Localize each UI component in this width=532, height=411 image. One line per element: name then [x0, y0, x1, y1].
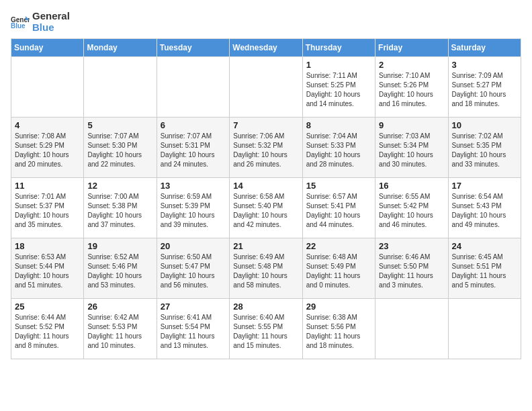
calendar-cell: 9Sunrise: 7:03 AM Sunset: 5:34 PM Daylig…	[375, 118, 448, 178]
day-number: 23	[379, 241, 444, 251]
day-info: Sunrise: 7:11 AM Sunset: 5:25 PM Dayligh…	[306, 71, 371, 109]
day-number: 28	[233, 302, 298, 312]
calendar-cell: 28Sunrise: 6:40 AM Sunset: 5:55 PM Dayli…	[230, 299, 302, 359]
calendar-cell: 7Sunrise: 7:06 AM Sunset: 5:32 PM Daylig…	[230, 118, 302, 178]
day-number: 20	[161, 241, 226, 251]
day-info: Sunrise: 6:41 AM Sunset: 5:54 PM Dayligh…	[161, 313, 226, 351]
calendar-cell	[375, 299, 448, 359]
day-info: Sunrise: 6:48 AM Sunset: 5:49 PM Dayligh…	[306, 253, 371, 290]
day-header: Wednesday	[230, 39, 302, 57]
calendar-cell: 25Sunrise: 6:44 AM Sunset: 5:52 PM Dayli…	[11, 299, 84, 359]
day-info: Sunrise: 6:58 AM Sunset: 5:40 PM Dayligh…	[233, 192, 298, 230]
day-header: Friday	[375, 39, 448, 57]
day-header: Thursday	[302, 39, 375, 57]
calendar-table: SundayMondayTuesdayWednesdayThursdayFrid…	[11, 38, 521, 359]
calendar-cell	[11, 57, 84, 118]
day-number: 11	[15, 181, 80, 191]
day-number: 3	[452, 60, 517, 70]
day-info: Sunrise: 6:38 AM Sunset: 5:56 PM Dayligh…	[306, 313, 371, 351]
day-info: Sunrise: 6:55 AM Sunset: 5:42 PM Dayligh…	[379, 192, 444, 230]
day-info: Sunrise: 7:07 AM Sunset: 5:31 PM Dayligh…	[161, 132, 226, 169]
day-info: Sunrise: 6:50 AM Sunset: 5:47 PM Dayligh…	[161, 253, 226, 290]
day-info: Sunrise: 7:08 AM Sunset: 5:29 PM Dayligh…	[15, 132, 80, 169]
day-number: 15	[306, 181, 371, 191]
calendar-cell: 14Sunrise: 6:58 AM Sunset: 5:40 PM Dayli…	[230, 178, 302, 238]
calendar-cell: 23Sunrise: 6:46 AM Sunset: 5:50 PM Dayli…	[375, 238, 448, 299]
calendar-cell: 19Sunrise: 6:52 AM Sunset: 5:46 PM Dayli…	[84, 238, 157, 299]
calendar-cell: 24Sunrise: 6:45 AM Sunset: 5:51 PM Dayli…	[448, 238, 521, 299]
day-number: 5	[87, 120, 152, 130]
day-info: Sunrise: 6:44 AM Sunset: 5:52 PM Dayligh…	[15, 313, 80, 351]
day-info: Sunrise: 7:10 AM Sunset: 5:26 PM Dayligh…	[379, 71, 444, 109]
day-info: Sunrise: 7:07 AM Sunset: 5:30 PM Dayligh…	[87, 132, 152, 169]
calendar-cell: 16Sunrise: 6:55 AM Sunset: 5:42 PM Dayli…	[375, 178, 448, 238]
day-info: Sunrise: 6:45 AM Sunset: 5:51 PM Dayligh…	[452, 253, 517, 290]
calendar-cell: 12Sunrise: 7:00 AM Sunset: 5:38 PM Dayli…	[84, 178, 157, 238]
day-info: Sunrise: 6:57 AM Sunset: 5:41 PM Dayligh…	[306, 192, 371, 230]
day-number: 6	[161, 120, 226, 130]
day-number: 21	[233, 241, 298, 251]
day-number: 1	[306, 60, 371, 70]
day-number: 26	[87, 302, 152, 312]
day-number: 18	[15, 241, 80, 251]
day-info: Sunrise: 6:46 AM Sunset: 5:50 PM Dayligh…	[379, 253, 444, 290]
day-number: 22	[306, 241, 371, 251]
calendar-cell	[157, 57, 229, 118]
calendar-cell: 8Sunrise: 7:04 AM Sunset: 5:33 PM Daylig…	[302, 118, 375, 178]
calendar-cell: 6Sunrise: 7:07 AM Sunset: 5:31 PM Daylig…	[157, 118, 229, 178]
day-number: 7	[233, 120, 298, 130]
logo-icon: General Blue	[11, 15, 30, 30]
day-info: Sunrise: 6:49 AM Sunset: 5:48 PM Dayligh…	[233, 253, 298, 290]
day-info: Sunrise: 7:01 AM Sunset: 5:37 PM Dayligh…	[15, 192, 80, 230]
day-number: 4	[15, 120, 80, 130]
day-info: Sunrise: 7:06 AM Sunset: 5:32 PM Dayligh…	[233, 132, 298, 169]
calendar-cell: 26Sunrise: 6:42 AM Sunset: 5:53 PM Dayli…	[84, 299, 157, 359]
calendar-cell: 18Sunrise: 6:53 AM Sunset: 5:44 PM Dayli…	[11, 238, 84, 299]
calendar-cell: 29Sunrise: 6:38 AM Sunset: 5:56 PM Dayli…	[302, 299, 375, 359]
calendar-cell: 1Sunrise: 7:11 AM Sunset: 5:25 PM Daylig…	[302, 57, 375, 118]
day-header: Sunday	[11, 39, 84, 57]
day-info: Sunrise: 6:42 AM Sunset: 5:53 PM Dayligh…	[87, 313, 152, 351]
day-number: 16	[379, 181, 444, 191]
day-number: 12	[87, 181, 152, 191]
calendar-cell: 17Sunrise: 6:54 AM Sunset: 5:43 PM Dayli…	[448, 178, 521, 238]
day-number: 13	[161, 181, 226, 191]
day-info: Sunrise: 6:54 AM Sunset: 5:43 PM Dayligh…	[452, 192, 517, 230]
calendar-cell: 20Sunrise: 6:50 AM Sunset: 5:47 PM Dayli…	[157, 238, 229, 299]
day-number: 19	[87, 241, 152, 251]
day-info: Sunrise: 6:52 AM Sunset: 5:46 PM Dayligh…	[87, 253, 152, 290]
calendar-cell: 2Sunrise: 7:10 AM Sunset: 5:26 PM Daylig…	[375, 57, 448, 118]
day-info: Sunrise: 7:03 AM Sunset: 5:34 PM Dayligh…	[379, 132, 444, 169]
day-number: 10	[452, 120, 517, 130]
page-header: General Blue General Blue	[11, 11, 521, 33]
calendar-cell: 3Sunrise: 7:09 AM Sunset: 5:27 PM Daylig…	[448, 57, 521, 118]
calendar-cell: 4Sunrise: 7:08 AM Sunset: 5:29 PM Daylig…	[11, 118, 84, 178]
calendar-cell: 15Sunrise: 6:57 AM Sunset: 5:41 PM Dayli…	[302, 178, 375, 238]
calendar-cell	[230, 57, 302, 118]
day-info: Sunrise: 7:00 AM Sunset: 5:38 PM Dayligh…	[87, 192, 152, 230]
calendar-cell: 11Sunrise: 7:01 AM Sunset: 5:37 PM Dayli…	[11, 178, 84, 238]
day-number: 25	[15, 302, 80, 312]
day-info: Sunrise: 7:04 AM Sunset: 5:33 PM Dayligh…	[306, 132, 371, 169]
day-number: 9	[379, 120, 444, 130]
day-number: 17	[452, 181, 517, 191]
day-info: Sunrise: 6:40 AM Sunset: 5:55 PM Dayligh…	[233, 313, 298, 351]
svg-text:Blue: Blue	[11, 22, 26, 30]
calendar-cell: 5Sunrise: 7:07 AM Sunset: 5:30 PM Daylig…	[84, 118, 157, 178]
day-number: 29	[306, 302, 371, 312]
day-number: 8	[306, 120, 371, 130]
logo-general: General	[32, 11, 70, 22]
calendar-cell	[84, 57, 157, 118]
day-number: 24	[452, 241, 517, 251]
day-header: Saturday	[448, 39, 521, 57]
logo: General Blue General Blue	[11, 11, 70, 33]
calendar-cell	[448, 299, 521, 359]
day-number: 27	[161, 302, 226, 312]
calendar-cell: 22Sunrise: 6:48 AM Sunset: 5:49 PM Dayli…	[302, 238, 375, 299]
day-number: 14	[233, 181, 298, 191]
day-info: Sunrise: 6:53 AM Sunset: 5:44 PM Dayligh…	[15, 253, 80, 290]
day-header: Monday	[84, 39, 157, 57]
day-info: Sunrise: 7:02 AM Sunset: 5:35 PM Dayligh…	[452, 132, 517, 169]
day-number: 2	[379, 60, 444, 70]
day-header: Tuesday	[157, 39, 229, 57]
